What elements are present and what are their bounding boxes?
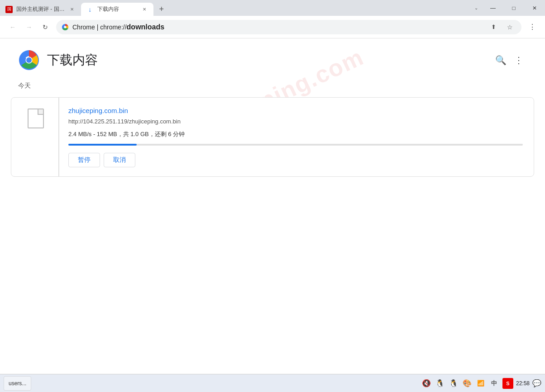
download-info: zhujiceping.com.bin http://104.225.251.1… <box>68 107 523 167</box>
progress-bar-fill <box>68 144 137 146</box>
reload-icon: ↻ <box>43 24 48 31</box>
address-separator: | <box>95 24 100 31</box>
taskbar-time: 22:58 <box>516 380 530 387</box>
sougou-icon[interactable]: S <box>502 378 513 389</box>
forward-icon: → <box>26 24 32 31</box>
mute-icon[interactable]: 🔇 <box>421 378 432 389</box>
color-icon[interactable]: 🎨 <box>462 378 473 389</box>
page-header-actions: 🔍 ⋮ <box>492 52 527 68</box>
search-button[interactable]: 🔍 <box>492 52 509 68</box>
downloads-page: zhujiceping.com 下载内容 🔍 ⋮ <box>0 38 545 374</box>
taskbar-left: users... <box>4 376 31 391</box>
network-icon[interactable]: 📶 <box>475 378 486 389</box>
tab1-favicon: 国 <box>5 6 13 13</box>
forward-button[interactable]: → <box>22 20 36 34</box>
tab-2[interactable]: ↓ 下载内容 ✕ <box>81 3 153 16</box>
address-url-prefix: chrome:// <box>100 24 126 31</box>
input-method-icon[interactable]: 中 <box>489 378 500 389</box>
titlebar: 国 国外主机测评 - 国… ✕ ↓ 下载内容 ✕ + ⌄ — □ ✕ <box>0 0 545 16</box>
taskbar-app-item[interactable]: users... <box>4 376 31 391</box>
download-card: zhujiceping.com.bin http://104.225.251.1… <box>11 97 534 177</box>
page-title: 下载内容 <box>47 52 98 69</box>
back-icon: ← <box>10 24 16 31</box>
pause-button[interactable]: 暂停 <box>68 153 100 167</box>
address-url-bold: downloads <box>127 23 165 31</box>
download-divider <box>58 98 59 176</box>
search-icon: 🔍 <box>495 55 507 66</box>
download-url: http://104.225.251.119/zhujiceping.com.b… <box>68 118 523 125</box>
toolbar-right: ⋮ <box>525 20 540 34</box>
address-scheme: Chrome <box>72 24 95 31</box>
tab2-favicon: ↓ <box>86 6 94 13</box>
maximize-button[interactable]: □ <box>503 0 524 16</box>
address-bar[interactable]: Chrome | chrome://downloads ⬆ ☆ <box>56 20 521 34</box>
file-icon-area <box>22 107 49 167</box>
more-icon: ⋮ <box>514 55 523 66</box>
toolbar: ← → ↻ Chrome | chrome://downloads ⬆ ☆ ⋮ <box>0 16 545 38</box>
tab-1[interactable]: 国 国外主机测评 - 国… ✕ <box>0 3 81 16</box>
section-today-label: 今天 <box>0 78 545 94</box>
tab-list-button[interactable]: ⌄ <box>470 2 483 14</box>
tencent-icon-1[interactable]: 🐧 <box>435 378 445 389</box>
tab1-title: 国外主机测评 - 国… <box>16 5 65 13</box>
chevron-down-icon: ⌄ <box>474 5 478 10</box>
tencent-icon-2[interactable]: 🐧 <box>448 378 459 389</box>
reload-button[interactable]: ↻ <box>38 20 53 34</box>
tabs-area: 国 国外主机测评 - 国… ✕ ↓ 下载内容 ✕ + <box>0 0 470 16</box>
back-button[interactable]: ← <box>5 20 20 34</box>
minimize-button[interactable]: — <box>483 0 503 16</box>
bookmark-button[interactable]: ☆ <box>503 21 516 33</box>
bookmark-icon: ☆ <box>507 24 513 31</box>
chrome-favicon <box>62 24 69 31</box>
download-filename[interactable]: zhujiceping.com.bin <box>68 107 523 114</box>
page-header: 下载内容 🔍 ⋮ <box>0 38 545 78</box>
share-button[interactable]: ⬆ <box>487 21 500 33</box>
svg-point-2 <box>64 26 67 28</box>
share-icon: ⬆ <box>491 24 496 30</box>
tab2-title: 下载内容 <box>97 5 137 13</box>
notification-icon[interactable]: 💬 <box>532 379 541 387</box>
download-actions: 暂停 取消 <box>68 153 523 167</box>
download-status: 2.4 MB/s - 152 MB，共 1.0 GB，还剩 6 分钟 <box>68 130 523 138</box>
page-menu-button[interactable]: ⋮ <box>511 52 527 68</box>
page-header-left: 下载内容 <box>18 49 98 71</box>
progress-bar-container <box>68 144 523 146</box>
tab2-close-icon[interactable]: ✕ <box>141 6 148 13</box>
file-icon <box>28 109 44 128</box>
menu-dots-icon: ⋮ <box>529 23 536 31</box>
toolbar-menu-button[interactable]: ⋮ <box>525 20 540 34</box>
taskbar: users... 🔇 🐧 🐧 🎨 📶 中 S 22:58 💬 <box>0 374 545 392</box>
address-text: Chrome | chrome://downloads <box>72 23 483 31</box>
new-tab-button[interactable]: + <box>155 3 168 15</box>
tab1-close-icon[interactable]: ✕ <box>68 6 76 13</box>
svg-point-6 <box>26 57 32 63</box>
close-button[interactable]: ✕ <box>524 0 545 16</box>
chrome-logo <box>18 49 40 71</box>
cancel-button[interactable]: 取消 <box>104 153 135 167</box>
taskbar-right: 🔇 🐧 🐧 🎨 📶 中 S 22:58 💬 <box>421 378 541 389</box>
